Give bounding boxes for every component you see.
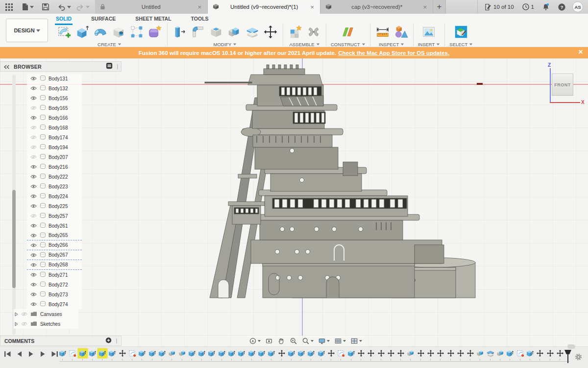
visibility-eye-icon[interactable] <box>30 194 37 199</box>
orbit-icon[interactable] <box>249 337 261 345</box>
timeline-move-feature[interactable] <box>447 349 455 357</box>
timeline-extrude-feature[interactable] <box>526 349 534 357</box>
select-tool-icon[interactable] <box>453 24 469 40</box>
insert-image-icon[interactable] <box>421 24 437 40</box>
timeline-sketch-feature[interactable] <box>69 349 76 357</box>
timeline-position-marker[interactable] <box>564 350 571 363</box>
timeline-extrude-feature[interactable] <box>79 349 87 357</box>
browser-body-row[interactable]: Body132 <box>27 83 82 93</box>
collapse-panel-icon[interactable] <box>3 62 10 71</box>
timeline-move-feature[interactable] <box>367 349 375 357</box>
timeline-extrude-feature[interactable] <box>248 349 256 357</box>
comments-panel-header[interactable]: COMMENTS | <box>0 336 122 346</box>
expand-arrow-icon[interactable] <box>15 319 18 328</box>
browser-scrollbar-track[interactable] <box>12 75 16 335</box>
timeline-move-feature[interactable] <box>377 349 385 357</box>
visibility-eye-icon[interactable] <box>30 96 37 101</box>
viewports-icon[interactable] <box>350 337 362 345</box>
doc-tab-cap-v3[interactable]: cap (v3~recovered)* × <box>320 0 433 14</box>
timeline-extrude-feature[interactable] <box>208 349 216 357</box>
job-status-button[interactable]: 10 of 10 <box>483 2 515 12</box>
browser-body-row[interactable]: Body222 <box>27 172 82 182</box>
timeline-extrude-feature[interactable] <box>288 349 295 357</box>
timeline-extrude-feature[interactable] <box>198 349 206 357</box>
browser-body-row[interactable]: Body261 <box>27 221 82 231</box>
timeline-extrude-feature[interactable] <box>268 349 275 357</box>
timeline-step-back-button[interactable] <box>16 351 23 357</box>
visibility-eye-icon[interactable] <box>30 86 37 91</box>
timeline-extrude-feature[interactable] <box>307 349 315 357</box>
timeline-move-feature[interactable] <box>457 349 465 357</box>
timeline-extrude-feature[interactable] <box>258 349 266 357</box>
browser-body-row[interactable]: Body265 <box>27 231 82 240</box>
visibility-eye-icon[interactable] <box>30 145 37 150</box>
create-form-icon[interactable] <box>147 24 163 40</box>
display-mode-icon[interactable] <box>106 62 113 71</box>
new-component-icon[interactable] <box>288 24 303 40</box>
move-icon[interactable] <box>263 24 278 40</box>
timeline-extrude-feature[interactable] <box>238 349 245 357</box>
history-button[interactable]: 1 <box>520 2 536 12</box>
timeline-extrude-feature[interactable] <box>228 349 236 357</box>
timeline-extrude-feature[interactable] <box>188 349 196 357</box>
timeline-extrude-feature[interactable] <box>98 349 106 357</box>
look-at-icon[interactable] <box>265 337 273 345</box>
add-comment-icon[interactable] <box>105 337 112 345</box>
browser-body-row[interactable]: Body194 <box>27 142 82 152</box>
close-tab-icon[interactable]: × <box>309 3 315 11</box>
timeline-split-feature[interactable] <box>487 349 494 357</box>
expand-arrow-icon[interactable] <box>15 310 18 318</box>
timeline-extrude-feature[interactable] <box>158 349 166 357</box>
measure-icon[interactable] <box>375 24 391 40</box>
browser-body-row[interactable]: Body207 <box>27 152 82 162</box>
modify-menu-label[interactable]: MODIFY <box>214 42 237 47</box>
zoom-fit-icon[interactable] <box>302 337 314 345</box>
doc-tab-untitled-v9[interactable]: Untitled (v9~recovered)*(1) × <box>208 0 320 14</box>
file-menu-icon[interactable] <box>20 2 35 12</box>
browser-body-row[interactable]: Body257 <box>27 211 82 221</box>
browser-body-row[interactable]: Body274 <box>27 299 82 309</box>
browser-body-row[interactable]: Body267 <box>27 250 82 260</box>
timeline-extrude-feature[interactable] <box>347 349 355 357</box>
timeline-extrude-feature[interactable] <box>108 349 116 357</box>
visibility-eye-icon[interactable] <box>21 319 27 328</box>
timeline-move-feature[interactable] <box>417 349 425 357</box>
timeline-combine-feature[interactable] <box>407 349 415 357</box>
press-pull-icon[interactable] <box>172 24 188 40</box>
timeline-move-feature[interactable] <box>327 349 335 357</box>
timeline-extrude-feature[interactable] <box>297 349 305 357</box>
visibility-eye-icon[interactable] <box>30 204 37 209</box>
browser-scrollbar-thumb[interactable] <box>12 190 16 288</box>
browser-body-row[interactable]: Body225 <box>27 201 82 211</box>
close-tab-icon[interactable]: × <box>422 3 428 11</box>
panel-resize-grip[interactable]: | <box>117 64 118 69</box>
browser-body-row[interactable]: Body223 <box>27 182 82 191</box>
help-icon[interactable]: ? <box>556 2 567 12</box>
visibility-eye-icon[interactable] <box>30 174 37 179</box>
visibility-eye-icon[interactable] <box>30 253 37 258</box>
browser-body-row[interactable]: Body131 <box>27 74 82 83</box>
browser-body-row[interactable]: Body271 <box>27 270 82 280</box>
timeline-move-feature[interactable] <box>427 349 435 357</box>
timeline-move-feature[interactable] <box>119 349 126 357</box>
timeline-sketch-feature[interactable] <box>128 349 136 357</box>
browser-panel-header[interactable]: BROWSER | <box>0 61 122 72</box>
timeline-sketch-feature[interactable] <box>516 349 524 357</box>
timeline-extrude-feature[interactable] <box>138 349 146 357</box>
timeline-combine-feature[interactable] <box>178 349 186 357</box>
visibility-eye-icon[interactable] <box>30 292 37 297</box>
browser-body-row[interactable]: Body166 <box>27 113 82 123</box>
rectangular-pattern-icon[interactable] <box>129 24 145 40</box>
hole-icon[interactable] <box>111 24 126 40</box>
display-settings-icon[interactable] <box>318 337 330 345</box>
app-grid-icon[interactable] <box>4 2 14 12</box>
timeline-move-feature[interactable] <box>437 349 444 357</box>
timeline-combine-feature[interactable] <box>168 349 176 357</box>
grid-settings-icon[interactable] <box>334 337 346 345</box>
timeline-extrude-feature[interactable] <box>148 349 156 357</box>
timeline-move-feature[interactable] <box>397 349 405 357</box>
timeline-combine-feature[interactable] <box>496 349 504 357</box>
timeline-move-feature[interactable] <box>387 349 395 357</box>
redo-icon[interactable] <box>74 2 91 12</box>
timeline-move-feature[interactable] <box>466 349 474 357</box>
